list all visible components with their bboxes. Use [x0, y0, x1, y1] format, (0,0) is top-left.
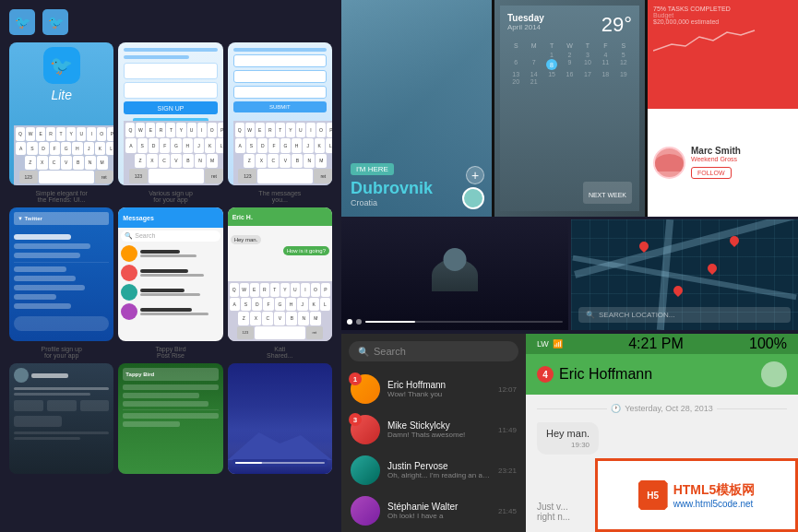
card-stats: 75% TASKS COMPLETED Budget $20,000,000 e… [648, 0, 798, 217]
chat-contact-name: Eric Hoffmann [559, 366, 652, 383]
card-calendar: Tuesday April 2014 29° S M T W T F S [494, 0, 645, 217]
watermark: H5 HTML5模板网 www.html5code.net [595, 458, 798, 532]
chat-avatar [761, 361, 787, 387]
twitter-icon-small-1[interactable]: 🐦 [9, 9, 35, 35]
conversation-stephanie[interactable]: Stéphanie Walter Oh look! I have a 21:45 [341, 491, 526, 531]
search-icon-msg: 🔍 [358, 347, 369, 357]
wifi-icon: 📶 [553, 339, 563, 349]
search-placeholder: Search [374, 346, 406, 357]
phone-row-1: 🐦 Lite QWERTYUIOP ASDFGHJKL ZXCVBNM 123 [9, 42, 332, 185]
stats-title: 75% TASKS COMPLETED [653, 6, 792, 12]
badge-eric: 1 [349, 372, 362, 385]
card-location: I'M HERE Dubrovnik Croatia + [341, 0, 492, 217]
phone-blue-sidebar: ▼ Twitter [9, 207, 113, 341]
right-top-panel: I'M HERE Dubrovnik Croatia + Tuesday Apr… [341, 0, 798, 217]
avatar-justin [351, 455, 380, 485]
watermark-site-name: HTML5模板网 [673, 482, 756, 499]
twitter-icon-small-2[interactable]: 🐦 [42, 9, 68, 35]
phone-profile-dark [9, 363, 113, 474]
carrier-text: LW [537, 339, 549, 349]
conversation-eric[interactable]: 1 Eric Hoffmann Wow! Thank you 12:07 [341, 369, 526, 409]
card-video [341, 219, 568, 330]
chat-badge: 4 [537, 366, 554, 383]
msg-name-mike: Mike Stickylcky [387, 420, 491, 431]
battery-text: 100% [749, 336, 787, 352]
status-time: 4:21 PM [628, 336, 684, 352]
add-location-button[interactable]: + [466, 166, 484, 184]
msg-time-eric: 12:07 [498, 385, 517, 394]
msg-name-eric: Eric Hoffmann [387, 380, 491, 390]
conversation-list: 🔍 Search 1 Eric Hoffmann Wow! Thank you … [341, 334, 526, 532]
msg-preview-justin: Oh, alright... I'm reading an amazing ar… [387, 471, 491, 479]
msg-bubble-received-1: Hey man. 19:30 [537, 422, 599, 455]
person-avatar [653, 147, 685, 179]
avatar-mike: 3 [351, 415, 380, 444]
phone-twitter-app: 🐦 Lite QWERTYUIOP ASDFGHJKL ZXCVBNM 123 [9, 42, 113, 185]
msg-info-eric: Eric Hoffmann Wow! Thank you [387, 380, 491, 398]
phone-mountain [228, 363, 332, 474]
search-icon: 🔍 [586, 311, 595, 319]
msg-info-justin: Justin Pervose Oh, alright... I'm readin… [387, 461, 491, 479]
chat-header: 4 Eric Hoffmann [526, 354, 798, 395]
card-map: 🔍 SEARCH LOCATION... [571, 219, 798, 330]
person-name: Marc Smith [691, 146, 741, 156]
map-search-text: SEARCH LOCATION... [599, 311, 675, 319]
msg-time-justin: 23:21 [498, 467, 517, 475]
msg-info-mike: Mike Stickylcky Damn! Thats awesome! [387, 420, 491, 439]
weekend-label: Weekend Gross [691, 156, 741, 162]
phone-keyboard-chat: Eric H. Hey man. How is it going? QWERTY… [228, 207, 332, 341]
msg-preview-eric: Wow! Thank you [387, 390, 491, 398]
lite-text: Lite [14, 88, 109, 102]
top-icons-row: 🐦 🐦 [9, 9, 332, 35]
left-panel: 🐦 🐦 🐦 Lite QWERTYUIOP ASDFGHJKL [0, 0, 341, 532]
msg-time-mike: 11:49 [498, 426, 517, 434]
map-pin-4 [672, 284, 685, 297]
conversation-justin[interactable]: Justin Pervose Oh, alright... I'm readin… [341, 450, 526, 491]
weather-temp: 29° [601, 13, 632, 37]
phone-labels-1: Simple elegant forthe Friends: UI... Var… [9, 190, 332, 203]
chat-date: 🕐 Yesterday, Oct 28, 2013 [537, 404, 787, 413]
next-week-button[interactable]: NEXT WEEK [583, 182, 632, 204]
html5-badge: H5 [638, 480, 668, 510]
avatar-eric: 1 [351, 374, 380, 404]
avatar-stephanie [351, 496, 380, 526]
message-search-bar[interactable]: 🔍 Search [349, 341, 518, 361]
phone-keyboard3: SUBMIT QWERTYUIOP ASDFGHJKL ZXCVBNM 123 [228, 42, 332, 185]
follow-button[interactable]: FOLLOW [691, 167, 732, 179]
location-tag: I'M HERE [351, 163, 394, 175]
phone-chat-list: Messages 🔍 Search [118, 207, 222, 341]
watermark-site-url: www.html5code.net [673, 499, 756, 509]
cal-day: Tuesday [507, 13, 544, 23]
right-bottom-panel: 🔍 SEARCH LOCATION... [341, 219, 798, 330]
msg-name-justin: Justin Pervose [387, 461, 491, 471]
cal-month: April 2014 [507, 23, 544, 31]
phone-row-3: Tappy Bird [9, 363, 332, 474]
msg-time-stephanie: 21:45 [498, 507, 517, 515]
phone-form: SIGN UP QWERTYUIOP ASDFGHJKL ZXCVBNM 123 [118, 42, 222, 185]
msg-info-stephanie: Stéphanie Walter Oh look! I have a [387, 502, 491, 520]
badge-mike: 3 [349, 413, 362, 426]
watermark-logo: H5 HTML5模板网 www.html5code.net [638, 480, 756, 510]
sparkline-chart [653, 28, 792, 55]
phone-labels-2: Profile sign upfor your app Tappy BirdPo… [9, 346, 332, 359]
msg-name-stephanie: Stéphanie Walter [387, 502, 491, 512]
phone-row-2: ▼ Twitter [9, 207, 332, 341]
chat-status-bar: LW 📶 4:21 PM 100% [526, 334, 798, 354]
map-pin-2 [706, 262, 719, 275]
msg-preview-mike: Damn! Thats awesome! [387, 431, 491, 439]
phone-green-news: Tappy Bird [118, 363, 222, 474]
budget-label: Budget [653, 12, 792, 18]
conversation-mike[interactable]: 3 Mike Stickylcky Damn! Thats awesome! 1… [341, 409, 526, 450]
map-search-bar[interactable]: 🔍 SEARCH LOCATION... [578, 307, 791, 323]
budget-value: $20,000,000 estimated [653, 18, 792, 25]
msg-preview-stephanie: Oh look! I have a [387, 512, 491, 520]
clock-icon: 🕐 [611, 404, 621, 413]
